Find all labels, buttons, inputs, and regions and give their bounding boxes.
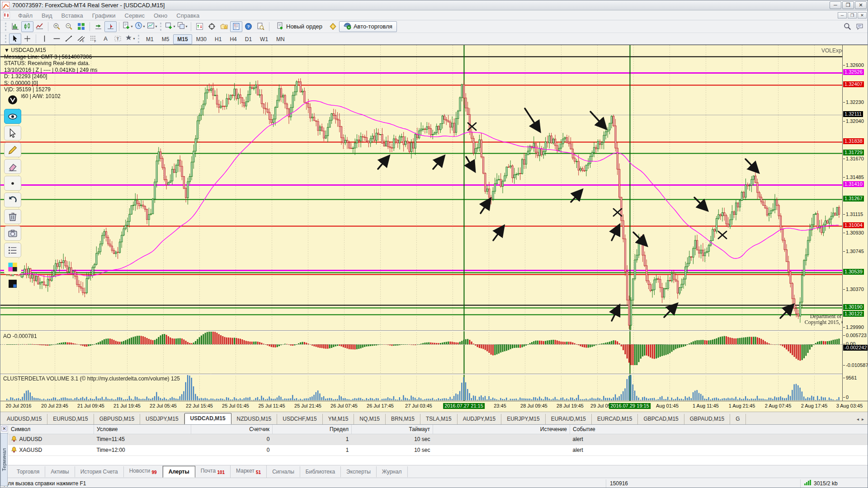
- shapes-dropdown[interactable]: ▾: [124, 33, 136, 44]
- symbol-tab-TSLAM15[interactable]: TSLA,M15: [420, 414, 458, 424]
- terminal-tab-Алерты[interactable]: Алерты: [163, 466, 195, 478]
- symbol-tab-AUDUSDM15[interactable]: AUDUSD,M15: [1, 414, 47, 424]
- chart-area[interactable]: ▼ USDCAD,M15 Message Line: GMT 3 | 56140…: [0, 45, 868, 401]
- template-dropdown[interactable]: ▾: [146, 21, 158, 32]
- title-bar[interactable]: 700073597: ForexClub-MT4 Real Server - […: [0, 0, 868, 10]
- symbol-tab-USDCHFM15[interactable]: USDCHF,M15: [277, 414, 322, 424]
- toolbar-grip[interactable]: [138, 35, 140, 43]
- tile-windows-icon[interactable]: [75, 21, 87, 32]
- gold-icon[interactable]: [327, 21, 339, 32]
- terminal-tab-Сигналы[interactable]: Сигналы: [267, 466, 300, 477]
- menu-item-Сервис[interactable]: Сервис: [120, 11, 150, 20]
- time-axis[interactable]: 20 Jul 201620 Jul 23:4521 Jul 09:4521 Ju…: [0, 401, 868, 412]
- tab-scroll-arrows[interactable]: ◂▸: [857, 417, 868, 424]
- line-chart-icon[interactable]: [33, 21, 46, 32]
- auto-trade-button[interactable]: Авто-торговля: [339, 21, 397, 32]
- terminal-tab-История Счета[interactable]: История Счета: [75, 466, 124, 477]
- chat-icon[interactable]: [854, 21, 866, 32]
- dot-tool-icon[interactable]: [4, 176, 21, 191]
- timeframe-H1[interactable]: H1: [211, 34, 226, 44]
- terminal-tab-Библиотека[interactable]: Библиотека: [300, 466, 341, 477]
- column-header-5[interactable]: Таймаут: [352, 425, 433, 434]
- toolbar-grip[interactable]: [5, 35, 7, 43]
- symbol-tab-EURJPYM15[interactable]: EURJPY,M15: [501, 414, 545, 424]
- price-chart-canvas[interactable]: [0, 45, 842, 401]
- symbol-tab-EURUSDM15[interactable]: EURUSD,M15: [47, 414, 94, 424]
- lines-list-icon[interactable]: [4, 243, 21, 258]
- tab-scroll-right-icon[interactable]: ▸: [862, 417, 864, 422]
- mdi-close-button[interactable]: ✕: [858, 12, 867, 19]
- symbol-tab-GBPUSDM15[interactable]: GBPUSD,M15: [94, 414, 140, 424]
- column-header-4[interactable]: Предел: [273, 425, 352, 434]
- minimize-button[interactable]: ─: [830, 1, 841, 9]
- bar-chart-icon[interactable]: [9, 21, 21, 32]
- eraser-icon[interactable]: [4, 159, 21, 174]
- zoom-out-icon[interactable]: [63, 21, 75, 32]
- toolbar-grip[interactable]: [160, 23, 162, 31]
- timeframe-M15[interactable]: M15: [173, 34, 192, 44]
- symbol-tab-G[interactable]: G: [730, 414, 745, 424]
- vertical-line-tool-icon[interactable]: [38, 33, 51, 44]
- symbol-tab-EURCADM15[interactable]: EURCAD,M15: [592, 414, 638, 424]
- timeframe-M30[interactable]: M30: [192, 34, 211, 44]
- symbol-dropdown-icon[interactable]: ▼: [4, 47, 11, 53]
- mdi-restore-button[interactable]: ❒: [848, 12, 857, 19]
- symbol-tab-EURAUDM15[interactable]: EURAUD,M15: [546, 414, 592, 424]
- column-header-7[interactable]: Событие: [570, 425, 868, 434]
- symbol-tab-USDCADM15[interactable]: USDCAD,M15: [184, 413, 231, 424]
- column-header-3[interactable]: Счетчик: [191, 425, 273, 434]
- symbol-tab-BRNM15[interactable]: BRN,M15: [386, 414, 420, 424]
- new-order-button[interactable]: Новый ордер: [272, 21, 327, 32]
- timeframe-MN[interactable]: MN: [272, 34, 289, 44]
- terminal-side-tab[interactable]: Терминал: [0, 433, 8, 486]
- timeframe-H4[interactable]: H4: [226, 34, 241, 44]
- terminal-tab-Эксперты[interactable]: Эксперты: [341, 466, 377, 477]
- search-icon[interactable]: [841, 21, 854, 32]
- cursor-icon[interactable]: [4, 126, 21, 141]
- data-window-icon[interactable]: [230, 21, 242, 32]
- windows-dropdown[interactable]: ▾: [176, 21, 189, 32]
- indicator-list-icon[interactable]: [193, 21, 206, 32]
- timeframe-M1[interactable]: M1: [142, 34, 158, 44]
- camera-icon[interactable]: [4, 226, 21, 241]
- column-header-1[interactable]: Символ: [8, 425, 94, 434]
- eye-icon[interactable]: [4, 109, 21, 124]
- symbol-tab-AUDJPYM15[interactable]: AUDJPY,M15: [458, 414, 501, 424]
- help-icon[interactable]: ?: [242, 21, 255, 32]
- terminal-close-icon[interactable]: ✕: [1, 426, 7, 432]
- menu-item-Вставка[interactable]: Вставка: [57, 11, 88, 20]
- terminal-tab-Новости[interactable]: Новости 99: [124, 465, 163, 477]
- terminal-tab-Почта[interactable]: Почта 101: [195, 465, 231, 477]
- label-tool-icon[interactable]: T: [112, 33, 124, 44]
- symbol-tab-GBPAUDM15[interactable]: GBPAUD,M15: [684, 414, 730, 424]
- color-palette-icon[interactable]: [4, 259, 21, 274]
- favorites-icon[interactable]: [218, 21, 230, 32]
- price-axis[interactable]: 1.326001.322301.320401.316701.314851.311…: [842, 45, 868, 401]
- new-chart-dropdown[interactable]: ▾: [122, 21, 134, 32]
- terminal-tab-Маркет[interactable]: Маркет 51: [231, 465, 267, 477]
- horizontal-line-tool-icon[interactable]: [51, 33, 63, 44]
- vts-logo-icon[interactable]: [4, 92, 21, 107]
- text-tool-icon[interactable]: A: [99, 33, 112, 44]
- terminal-tab-Журнал[interactable]: Журнал: [377, 466, 408, 477]
- restore-button[interactable]: ❒: [842, 1, 854, 9]
- timeframe-W1[interactable]: W1: [256, 34, 272, 44]
- menu-item-Вид[interactable]: Вид: [37, 11, 57, 20]
- symbol-tab-GBPCADM15[interactable]: GBPCAD,M15: [638, 414, 684, 424]
- column-header-6[interactable]: Истечение: [433, 425, 570, 434]
- black-box-icon[interactable]: [4, 276, 21, 291]
- menu-item-Файл[interactable]: Файл: [14, 11, 37, 20]
- fibonacci-tool-icon[interactable]: F: [87, 33, 99, 44]
- mdi-minimize-button[interactable]: ─: [838, 12, 847, 19]
- timeframe-D1[interactable]: D1: [241, 34, 256, 44]
- alerts-table[interactable]: СимволУсловиеСчетчикПределТаймаутИстечен…: [8, 425, 868, 456]
- add-indicator-dropdown[interactable]: ▾: [164, 21, 176, 32]
- symbol-tab-NZDUSDM15[interactable]: NZDUSD,M15: [231, 414, 278, 424]
- terminal-tab-Активы[interactable]: Активы: [45, 466, 75, 477]
- cursor-tool-icon[interactable]: [9, 33, 21, 44]
- strategy-search-icon[interactable]: [255, 21, 267, 32]
- pencil-icon[interactable]: [4, 142, 21, 157]
- crosshair-target-icon[interactable]: [206, 21, 218, 32]
- trash-icon[interactable]: [4, 209, 21, 224]
- chart-shift-icon[interactable]: [104, 21, 117, 32]
